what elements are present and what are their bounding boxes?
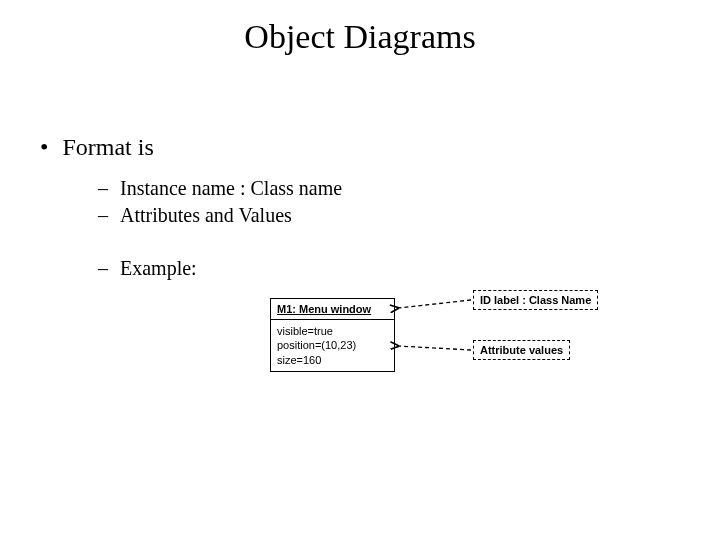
object-box: M1: Menu window visible=true position=(1… xyxy=(270,298,395,372)
bullet-dash-icon: – xyxy=(98,202,108,229)
attr-line: position=(10,23) xyxy=(277,339,356,351)
svg-line-1 xyxy=(398,346,471,350)
example-diagram: M1: Menu window visible=true position=(1… xyxy=(270,298,720,372)
bullet-dash-icon: – xyxy=(98,255,108,282)
slide-content: • Format is – Instance name : Class name… xyxy=(0,56,720,372)
object-attributes: visible=true position=(10,23) size=160 xyxy=(271,320,394,371)
bullet-level2: – Attributes and Values xyxy=(98,202,720,229)
sub-bullet-0: Instance name : Class name xyxy=(120,175,342,202)
bullet-level1: • Format is xyxy=(40,134,720,161)
bullet-main-text: Format is xyxy=(62,134,153,161)
bullet-level2: – Instance name : Class name xyxy=(98,175,720,202)
bullet-dash-icon: – xyxy=(98,175,108,202)
callout-attr-values: Attribute values xyxy=(473,340,570,360)
sub-bullet-1: Attributes and Values xyxy=(120,202,292,229)
attr-line: size=160 xyxy=(277,354,321,366)
slide-title: Object Diagrams xyxy=(0,0,720,56)
callout-id-label: ID label : Class Name xyxy=(473,290,598,310)
attr-line: visible=true xyxy=(277,325,333,337)
svg-line-0 xyxy=(398,300,471,308)
bullet-level2: – Example: xyxy=(98,255,720,282)
object-header: M1: Menu window xyxy=(271,299,394,320)
bullet-dot-icon: • xyxy=(40,134,48,161)
sub-bullet-2: Example: xyxy=(120,255,197,282)
